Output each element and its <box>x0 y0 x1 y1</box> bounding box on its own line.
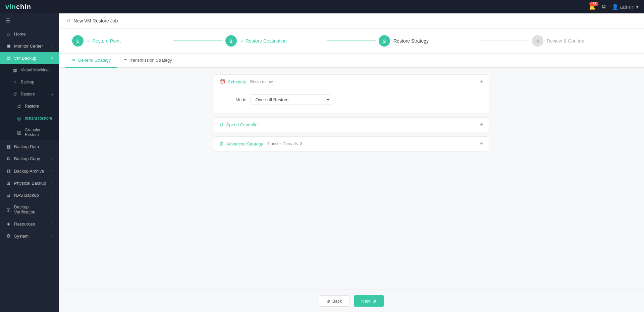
sidebar-label-backup-archive: Backup Archive <box>14 169 50 174</box>
step-circle-4: 4 <box>532 35 543 47</box>
back-label: Back <box>332 299 342 304</box>
sidebar-item-restore-sub[interactable]: ↺ Restore <box>0 100 59 112</box>
advanced-strategy-title: Advanced Strategy <box>226 141 263 146</box>
section-speed-controller-header[interactable]: ↺ Speed Controller + <box>214 118 489 132</box>
section-advanced-strategy-header[interactable]: ⊞ Advanced Strategy Transfer Threads: 3 … <box>214 137 489 151</box>
lines-icon: ≡ <box>124 58 127 63</box>
section-speed-controller-header-left: ↺ Speed Controller <box>220 122 259 127</box>
sidebar-label-physical-backup: Physical Backup <box>14 181 50 186</box>
sidebar-label-system: System <box>14 234 50 239</box>
sidebar-item-physical-backup[interactable]: ⊞ Physical Backup › <box>0 177 59 189</box>
physical-backup-icon: ⊞ <box>5 180 11 186</box>
speed-controller-expand-icon[interactable]: + <box>480 122 483 128</box>
sidebar-label-instant-restore: Instant Restore <box>25 116 53 121</box>
chevron-right-backup-verification-icon: › <box>52 208 53 211</box>
page-header: ↺ New VM Restore Job <box>59 13 644 28</box>
section-advanced-strategy-header-left: ⊞ Advanced Strategy Transfer Threads: 3 <box>220 141 303 146</box>
monitor-center-icon: ▣ <box>5 43 11 49</box>
back-button[interactable]: ⊕ Back <box>319 295 350 307</box>
chevron-right-system-icon: › <box>52 234 53 238</box>
instant-restore-icon: ◎ <box>16 116 22 121</box>
sidebar-item-monitor-center[interactable]: ▣ Monitor Center › <box>0 40 59 52</box>
sidebar-item-backup-archive[interactable]: ▥ Backup Archive › <box>0 165 59 177</box>
nas-backup-icon: ⊟ <box>5 192 11 198</box>
form-content: ⏰ Schedule Restore now + Mode Once-off R… <box>59 68 644 290</box>
step-label-restore-strategy: Restore Strategy <box>393 38 429 44</box>
footer: ⊕ Back Next ⊕ <box>59 290 644 312</box>
backup-data-icon: ▦ <box>5 144 11 149</box>
section-advanced-strategy: ⊞ Advanced Strategy Transfer Threads: 3 … <box>214 136 489 151</box>
stepper: 1 ✓ Restore Point 2 ✓ Restore Destinatio… <box>59 28 644 54</box>
vm-backup-icon: ▤ <box>5 55 11 61</box>
logo-suffix: chin <box>16 3 31 10</box>
sidebar-hamburger[interactable]: ☰ <box>0 13 59 28</box>
sidebar-submenu-vm-backup: ▦ Virtual Machines ○ Backup ↺ Restore ∨ … <box>0 64 59 140</box>
tab-general-strategy-label: General Strategy <box>78 58 111 63</box>
monitor-icon[interactable]: 🖥 <box>601 4 606 10</box>
sidebar-label-backup-data: Backup Data <box>14 144 53 149</box>
section-schedule-body: Mode Once-off Restore Scheduled Restore <box>214 89 489 113</box>
sidebar-item-system[interactable]: ⚙ System › <box>0 230 59 242</box>
sidebar-item-backup-data[interactable]: ▦ Backup Data <box>0 140 59 152</box>
backup-verification-icon: ◎ <box>5 207 11 212</box>
restore-sub-icon: ↺ <box>16 104 22 109</box>
step-number-2: 2 <box>230 38 232 44</box>
tab-general-strategy[interactable]: ✏ General Strategy <box>65 54 117 68</box>
backup-archive-icon: ▥ <box>5 168 11 174</box>
sidebar-item-instant-restore[interactable]: ◎ Instant Restore <box>0 112 59 124</box>
sidebar-item-backup-verification[interactable]: ◎ Backup Verification › <box>0 201 59 218</box>
step-restore-destination: 2 ✓ Restore Destination <box>225 35 324 47</box>
sidebar-item-backup-copy[interactable]: ⧉ Backup Copy › <box>0 152 59 165</box>
section-schedule-header[interactable]: ⏰ Schedule Restore now + <box>214 75 489 89</box>
next-icon: ⊕ <box>372 298 376 304</box>
tab-transmission-strategy-label: Transmission Strategy <box>129 58 172 63</box>
step-number-1: 1 <box>76 38 79 44</box>
chevron-down-icon: ∨ <box>51 56 53 60</box>
page-title: New VM Restore Job <box>73 18 118 23</box>
mode-select[interactable]: Once-off Restore Scheduled Restore <box>251 95 331 105</box>
chevron-right-backup-archive-icon: › <box>52 169 53 173</box>
chevron-down-restore-icon: ∨ <box>51 92 53 96</box>
logo-prefix: vin <box>5 3 16 10</box>
tab-transmission-strategy[interactable]: ≡ Transmission Strategy <box>117 54 178 68</box>
topbar: vinchin 🔔 156 🖥 👤 admin ▾ <box>0 0 644 13</box>
mode-label: Mode <box>220 97 247 102</box>
virtual-machines-icon: ▦ <box>12 67 18 73</box>
step-circle-1: 1 <box>72 35 84 47</box>
sidebar-item-virtual-machines[interactable]: ▦ Virtual Machines <box>0 64 59 76</box>
resources-icon: ◈ <box>5 221 11 227</box>
logo: vinchin <box>5 3 31 11</box>
granular-restore-icon: ▥ <box>16 130 22 135</box>
step-restore-point: 1 ✓ Restore Point <box>72 35 171 47</box>
sidebar-item-vm-backup[interactable]: ▤ VM Backup ∨ <box>0 52 59 64</box>
sidebar-item-home[interactable]: ⌂ Home <box>0 28 59 40</box>
sidebar-label-virtual-machines: Virtual Machines <box>21 68 53 72</box>
sidebar-label-monitor-center: Monitor Center <box>14 44 50 49</box>
next-button[interactable]: Next ⊕ <box>354 295 384 307</box>
sidebar-item-restore[interactable]: ↺ Restore ∨ <box>0 88 59 100</box>
advanced-strategy-expand-icon[interactable]: + <box>480 141 483 147</box>
step-check-2: ✓ <box>240 39 244 44</box>
notification-bell[interactable]: 🔔 156 <box>589 4 596 10</box>
speed-controller-icon: ↺ <box>220 122 224 127</box>
sidebar-item-nas-backup[interactable]: ⊟ NAS Backup › <box>0 189 59 201</box>
step-label-review-confirm: Review & Confirm <box>547 38 584 44</box>
step-review-confirm: 4 Review & Confirm <box>532 35 631 47</box>
sidebar-item-resources[interactable]: ◈ Resources › <box>0 218 59 230</box>
sidebar-label-nas-backup: NAS Backup <box>14 193 50 198</box>
sidebar-label-restore-sub: Restore <box>25 104 53 109</box>
sidebar-item-granular-restore[interactable]: ▥ Granular Restore <box>0 124 59 140</box>
sidebar-label-backup: Backup <box>21 80 53 84</box>
sidebar-label-granular-restore: Granular Restore <box>25 128 53 137</box>
backup-copy-icon: ⧉ <box>5 156 11 162</box>
step-restore-strategy: 3 Restore Strategy <box>379 35 477 47</box>
sidebar-item-backup[interactable]: ○ Backup <box>0 76 59 88</box>
step-check-1: ✓ <box>87 39 90 44</box>
main-layout: ☰ ⌂ Home ▣ Monitor Center › ▤ VM Backup … <box>0 13 644 312</box>
home-icon: ⌂ <box>5 31 11 37</box>
pencil-icon: ✏ <box>72 58 76 63</box>
schedule-expand-icon[interactable]: + <box>480 79 483 85</box>
section-schedule-header-left: ⏰ Schedule Restore now <box>220 79 273 84</box>
back-icon: ⊕ <box>326 298 330 304</box>
user-icon[interactable]: 👤 admin ▾ <box>612 4 639 10</box>
